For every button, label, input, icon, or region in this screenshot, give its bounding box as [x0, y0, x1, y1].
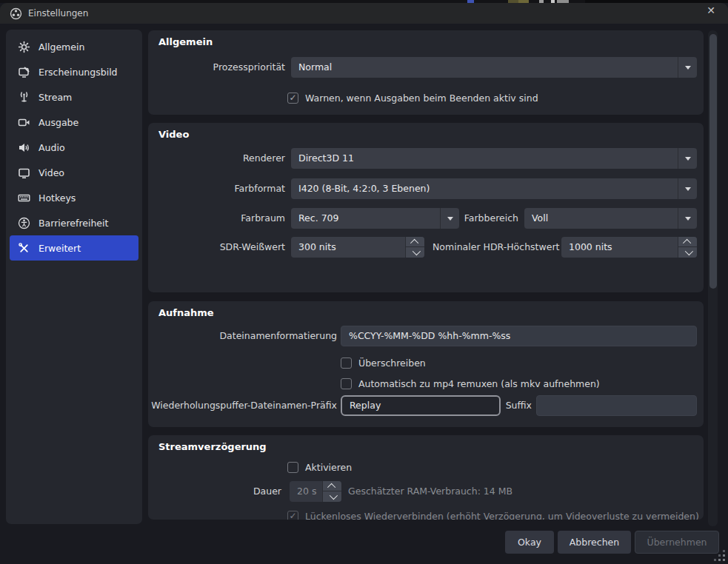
scrollbar-track[interactable] [708, 30, 718, 526]
sidebar-item-barrierefreiheit[interactable]: Barrierefreiheit [10, 210, 138, 235]
chevron-up-icon [327, 483, 335, 491]
close-icon: ✕ [707, 4, 715, 16]
remux-label: Automatisch zu mp4 remuxen (als mkv aufn… [358, 378, 600, 389]
spin-down-button[interactable] [406, 247, 424, 258]
sidebar-item-video[interactable]: Video [10, 160, 138, 185]
check-icon: ✓ [289, 511, 296, 520]
warn-on-exit-checkbox[interactable]: ✓ [287, 93, 298, 104]
resize-grip[interactable] [723, 559, 725, 561]
section-title-video: Video [158, 129, 189, 140]
sidebar-item-label: Erscheinungsbild [39, 67, 118, 78]
apply-button[interactable]: Übernehmen [635, 531, 719, 554]
spin-up-button[interactable] [406, 237, 424, 247]
color-space-label: Farbraum [148, 208, 285, 229]
chevron-down-icon [685, 66, 691, 70]
dropdown-arrow-zone[interactable] [678, 148, 697, 169]
renderer-select[interactable]: Direct3D 11 [291, 148, 697, 169]
hdr-peak-spinbox[interactable]: 1000 nits [561, 237, 697, 258]
chevron-down-icon [412, 247, 420, 255]
sidebar-item-erscheinungsbild[interactable]: Erscheinungsbild [10, 59, 138, 84]
spin-down-button[interactable] [323, 491, 341, 502]
cancel-button[interactable]: Abbrechen [558, 531, 631, 554]
sidebar-item-ausgabe[interactable]: Ausgabe [10, 110, 138, 135]
dialog-titlebar[interactable]: Einstellungen [0, 3, 728, 24]
spin-up-button[interactable] [323, 481, 341, 491]
close-button[interactable]: ✕ [701, 3, 721, 18]
sidebar-item-label: Video [39, 167, 64, 178]
sidebar-item-hotkeys[interactable]: Hotkeys [10, 185, 138, 210]
delay-enable-label: Aktivieren [305, 462, 352, 473]
delay-enable-checkbox-row[interactable]: Aktivieren [287, 460, 352, 474]
chevron-down-icon [685, 157, 691, 161]
spin-up-button[interactable] [678, 237, 697, 247]
sidebar-item-erweitert[interactable]: Erweitert [10, 235, 138, 261]
process-priority-select[interactable]: Normal [291, 57, 697, 78]
chevron-down-icon [685, 217, 691, 221]
spin-down-button[interactable] [678, 247, 697, 258]
section-video: Video Renderer Direct3D 11 Farbformat I4… [148, 123, 704, 292]
dropdown-arrow-zone[interactable] [678, 57, 697, 78]
color-format-select[interactable]: I420 (8-Bit, 4:2:0, 3 Ebenen) [291, 178, 697, 199]
display-icon [18, 167, 30, 179]
process-priority-label: Prozesspriorität [148, 57, 285, 78]
sidebar-item-label: Stream [39, 92, 72, 103]
output-camera-icon [18, 116, 30, 129]
sidebar-item-label: Ausgabe [39, 117, 79, 128]
remux-checkbox-row[interactable]: Automatisch zu mp4 remuxen (als mkv aufn… [341, 377, 600, 390]
okay-button[interactable]: Okay [505, 531, 554, 554]
seamless-reconnect-label: Lückenloses Wiederverbinden (erhöht Verz… [305, 511, 699, 520]
seamless-reconnect-checkbox[interactable]: ✓ [287, 511, 298, 520]
replay-prefix-value: Replay [350, 400, 381, 411]
broadcast-icon [18, 91, 30, 104]
color-range-label: Farbbereich [430, 208, 518, 229]
sidebar-item-label: Erweitert [39, 243, 81, 254]
remux-checkbox[interactable] [341, 378, 352, 389]
check-icon: ✓ [289, 93, 296, 103]
ram-usage-text: Geschätzter RAM-Verbrauch: 14 MB [348, 481, 512, 502]
color-range-value: Voll [532, 212, 548, 224]
accessibility-icon [18, 217, 30, 229]
spin-buttons [405, 237, 424, 258]
scrollbar-thumb[interactable] [709, 34, 717, 289]
tools-icon [18, 242, 30, 255]
suffix-input[interactable] [536, 395, 697, 416]
seamless-reconnect-checkbox-row[interactable]: ✓ Lückenloses Wiederverbinden (erhöht Ve… [287, 509, 699, 520]
sidebar-item-audio[interactable]: Audio [10, 135, 138, 160]
overwrite-checkbox-row[interactable]: Überschreiben [341, 356, 426, 369]
dialog-title: Einstellungen [28, 8, 88, 19]
overwrite-checkbox[interactable] [341, 357, 352, 369]
sdr-white-spinbox[interactable]: 300 nits [291, 237, 424, 258]
filename-format-value: %CCYY-%MM-%DD %hh-%mm-%ss [349, 330, 510, 341]
color-format-label: Farbformat [148, 178, 285, 199]
delay-enable-checkbox[interactable] [287, 462, 298, 473]
delay-duration-spinbox[interactable]: 20 s [290, 481, 341, 502]
filename-format-label: Dateinamenformatierung [148, 326, 337, 346]
color-space-value: Rec. 709 [298, 212, 339, 224]
overwrite-label: Überschreiben [358, 357, 426, 369]
sidebar-item-allgemein[interactable]: Allgemein [10, 34, 138, 59]
gear-icon [18, 41, 30, 53]
chevron-down-icon [684, 247, 692, 255]
sdr-white-value: 300 nits [298, 241, 336, 252]
replay-prefix-input[interactable]: Replay [341, 395, 501, 416]
warn-on-exit-checkbox-row[interactable]: ✓ Warnen, wenn Ausgaben beim Beenden akt… [287, 91, 538, 104]
spin-buttons [678, 237, 697, 258]
hdr-peak-value: 1000 nits [569, 241, 612, 252]
chevron-up-icon [682, 238, 690, 246]
sidebar-item-label: Allgemein [39, 41, 84, 53]
dropdown-arrow-zone[interactable] [678, 208, 697, 229]
sidebar-item-stream[interactable]: Stream [10, 84, 138, 110]
process-priority-value: Normal [298, 61, 332, 73]
section-title-stream-delay: Streamverzögerung [158, 441, 267, 452]
obs-logo-icon [10, 7, 22, 20]
color-range-select[interactable]: Voll [524, 208, 697, 229]
filename-format-input[interactable]: %CCYY-%MM-%DD %hh-%mm-%ss [341, 326, 697, 346]
warn-on-exit-label: Warnen, wenn Ausgaben beim Beenden aktiv… [305, 93, 538, 104]
delay-duration-label: Dauer [148, 481, 281, 502]
sidebar-item-label: Audio [39, 142, 65, 153]
color-format-value: I420 (8-Bit, 4:2:0, 3 Ebenen) [298, 183, 430, 194]
settings-sidebar: Allgemein Erscheinungsbild Stream Ausgab… [6, 30, 142, 524]
section-title-recording: Aufnahme [158, 307, 214, 318]
section-recording: Aufnahme Dateinamenformatierung %CCYY-%M… [148, 301, 704, 427]
dropdown-arrow-zone[interactable] [678, 178, 697, 199]
